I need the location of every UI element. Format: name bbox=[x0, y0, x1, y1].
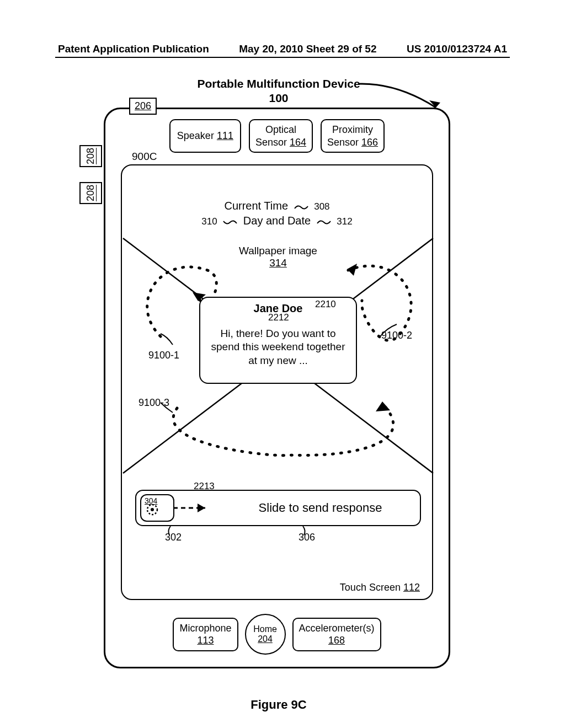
svg-point-7 bbox=[151, 508, 154, 511]
speaker-num: 111 bbox=[217, 130, 233, 141]
ref-206: 206 bbox=[129, 98, 157, 115]
ref-9100-2: 9100-2 bbox=[381, 330, 412, 341]
speaker-label: Speaker bbox=[177, 130, 214, 141]
svg-marker-9 bbox=[198, 504, 205, 512]
lead-tilde-icon bbox=[294, 203, 309, 211]
accelerometer-num: 168 bbox=[299, 634, 375, 647]
optical-num: 164 bbox=[290, 137, 306, 148]
figure-area: Portable Multifunction Device 100 206 20… bbox=[88, 77, 469, 105]
current-time-row: Current Time 308 bbox=[122, 200, 432, 212]
svg-marker-5 bbox=[376, 402, 390, 411]
ref-306: 306 bbox=[299, 532, 315, 543]
ref-208-bottom: 208 bbox=[79, 182, 102, 204]
accelerometer-label: Accelerometer(s) bbox=[299, 622, 375, 635]
speaker-box: Speaker 111 bbox=[169, 119, 241, 153]
proximity-label1: Proximity bbox=[327, 124, 378, 136]
optical-label1: Optical bbox=[255, 124, 306, 136]
ref-9100-3: 9100-3 bbox=[138, 397, 169, 409]
home-num: 204 bbox=[258, 634, 273, 644]
ref-208-top: 208 bbox=[79, 145, 102, 167]
ref-2210: 2210 bbox=[315, 299, 336, 310]
day-date-label: Day and Date bbox=[243, 215, 311, 227]
svg-marker-4 bbox=[347, 264, 357, 276]
header-right: US 2010/0123724 A1 bbox=[407, 43, 507, 55]
bottom-row: Microphone 113 Home 204 Accelerometer(s)… bbox=[105, 614, 449, 655]
current-time-label: Current Time bbox=[224, 200, 288, 212]
touchscreen[interactable]: Current Time 308 310 Day and Date 312 Wa… bbox=[121, 164, 433, 600]
proximity-num: 166 bbox=[361, 137, 378, 148]
slider-knob[interactable]: 304 bbox=[140, 494, 174, 522]
ref-308: 308 bbox=[314, 201, 329, 212]
optical-label2: Sensor bbox=[255, 137, 287, 148]
ref-302: 302 bbox=[165, 532, 182, 543]
proximity-sensor-box: Proximity Sensor 166 bbox=[321, 119, 385, 153]
microphone-num: 113 bbox=[179, 634, 231, 647]
device-body: Speaker 111 Optical Sensor 164 Proximity… bbox=[104, 108, 450, 668]
slider-text: Slide to send response bbox=[221, 501, 420, 515]
microphone-box: Microphone 113 bbox=[173, 618, 238, 651]
home-label: Home bbox=[253, 624, 277, 634]
message-body: Hi, there! Do you want to spend this wee… bbox=[207, 327, 349, 367]
top-sensor-row: Speaker 111 Optical Sensor 164 Proximity… bbox=[105, 119, 449, 153]
touchscreen-label: Touch Screen 112 bbox=[340, 582, 420, 593]
ref-900c: 900C bbox=[132, 151, 157, 163]
ref-312: 312 bbox=[337, 216, 352, 227]
proximity-label2: Sensor bbox=[327, 137, 359, 148]
accelerometer-box: Accelerometer(s) 168 bbox=[292, 618, 381, 651]
ref-9100-1: 9100-1 bbox=[148, 350, 179, 361]
ref-304: 304 bbox=[145, 496, 157, 505]
figure-caption: Figure 9C bbox=[88, 698, 469, 712]
day-date-row: 310 Day and Date 312 bbox=[122, 215, 432, 227]
page-header: Patent Application Publication May 20, 2… bbox=[58, 43, 507, 55]
home-button[interactable]: Home 204 bbox=[245, 614, 286, 655]
header-rule bbox=[55, 57, 510, 58]
touchscreen-num: 112 bbox=[403, 582, 420, 593]
header-center: May 20, 2010 Sheet 29 of 52 bbox=[239, 43, 376, 55]
touchscreen-text: Touch Screen bbox=[340, 582, 401, 593]
ref-2212: 2212 bbox=[268, 312, 289, 323]
lead-tilde-icon bbox=[222, 218, 238, 226]
microphone-label: Microphone bbox=[179, 622, 231, 635]
slide-direction-arrow-icon bbox=[171, 500, 221, 516]
wallpaper-zone: Wallpaper image 314 bbox=[122, 237, 434, 474]
optical-sensor-box: Optical Sensor 164 bbox=[249, 119, 313, 153]
lead-tilde-icon bbox=[316, 218, 332, 226]
slide-to-respond[interactable]: 304 Slide to send response bbox=[135, 490, 421, 526]
ref-310: 310 bbox=[201, 216, 217, 227]
header-left: Patent Application Publication bbox=[58, 43, 209, 55]
